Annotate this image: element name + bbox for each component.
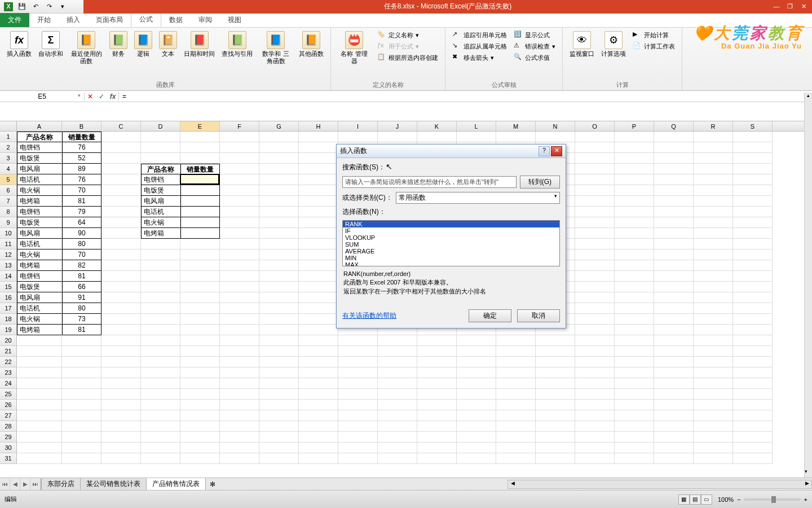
cell[interactable]: 电烤箱 (17, 260, 62, 271)
cell[interactable] (141, 443, 180, 453)
cell[interactable] (180, 443, 220, 453)
cell[interactable]: 电烤箱 (141, 228, 180, 239)
cell[interactable] (575, 432, 615, 443)
cell[interactable] (694, 314, 733, 325)
cell[interactable] (378, 346, 417, 357)
cell[interactable] (338, 443, 378, 453)
cell[interactable] (536, 357, 575, 367)
cell[interactable] (575, 142, 615, 153)
cell[interactable] (457, 346, 496, 357)
cancel-formula-icon[interactable]: ✕ (85, 93, 96, 100)
cell[interactable] (575, 271, 615, 282)
cell[interactable] (694, 389, 733, 400)
normal-view-icon[interactable]: ▦ (678, 494, 690, 505)
cell[interactable] (733, 292, 773, 303)
cell[interactable] (102, 400, 141, 410)
cell[interactable] (141, 378, 180, 389)
cell[interactable] (102, 303, 141, 314)
cell[interactable]: 52 (62, 153, 102, 164)
cell[interactable] (733, 282, 773, 292)
cell[interactable] (62, 357, 102, 367)
cell[interactable] (417, 400, 457, 410)
cell[interactable] (733, 325, 773, 335)
col-header-L[interactable]: L (457, 121, 496, 131)
cell[interactable] (259, 217, 299, 228)
cell[interactable]: 电风扇 (17, 164, 62, 174)
cell[interactable]: 73 (62, 314, 102, 325)
row-header[interactable]: 16 (0, 292, 17, 303)
cell[interactable] (536, 378, 575, 389)
row-header[interactable]: 21 (0, 346, 17, 357)
cell[interactable] (102, 453, 141, 464)
cell[interactable] (417, 357, 457, 367)
row-header[interactable]: 3 (0, 153, 17, 164)
cell[interactable] (654, 432, 694, 443)
cell[interactable] (220, 185, 259, 196)
cell[interactable] (615, 389, 654, 400)
cell[interactable] (694, 239, 733, 249)
cell[interactable] (62, 432, 102, 443)
cell[interactable] (694, 335, 733, 346)
row-header[interactable]: 18 (0, 314, 17, 325)
cell[interactable] (575, 207, 615, 217)
function-list-item[interactable]: AVERAGE (343, 248, 559, 255)
cell[interactable] (654, 164, 694, 174)
cell[interactable] (733, 207, 773, 217)
cell[interactable] (615, 282, 654, 292)
cell[interactable] (141, 292, 180, 303)
cell[interactable] (259, 378, 299, 389)
cell[interactable] (102, 249, 141, 260)
cell[interactable] (220, 217, 259, 228)
evaluate-formula-button[interactable]: 🔍公式求值 (511, 52, 558, 63)
calculate-now-button[interactable]: ▶开始计算 (630, 30, 677, 40)
cell[interactable] (102, 239, 141, 249)
cell[interactable] (457, 389, 496, 400)
cell[interactable] (102, 335, 141, 346)
cell[interactable] (615, 453, 654, 464)
cell[interactable] (654, 239, 694, 249)
cell[interactable]: 82 (62, 260, 102, 271)
cell[interactable] (575, 249, 615, 260)
cell[interactable] (141, 153, 180, 164)
cell[interactable] (654, 185, 694, 196)
cell[interactable] (180, 453, 220, 464)
zoom-slider[interactable] (744, 498, 801, 501)
cell[interactable] (338, 357, 378, 367)
cell[interactable] (338, 378, 378, 389)
cell[interactable] (62, 367, 102, 378)
cell[interactable] (733, 271, 773, 282)
autosum-button[interactable]: Σ自动求和 (36, 30, 65, 66)
cell[interactable] (733, 335, 773, 346)
cell[interactable]: 79 (62, 207, 102, 217)
cell[interactable] (299, 357, 338, 367)
cell[interactable] (378, 132, 417, 142)
cell[interactable] (180, 239, 220, 249)
cell[interactable]: 70 (62, 249, 102, 260)
financial-button[interactable]: 📗财务 (107, 30, 130, 66)
cell[interactable] (615, 271, 654, 282)
cell[interactable] (102, 346, 141, 357)
cell[interactable] (141, 303, 180, 314)
cell[interactable] (615, 174, 654, 185)
row-header[interactable]: 11 (0, 239, 17, 249)
cell[interactable] (654, 400, 694, 410)
cell[interactable] (615, 432, 654, 443)
cell[interactable] (378, 367, 417, 378)
col-header-A[interactable]: A (17, 121, 62, 131)
cell[interactable] (259, 292, 299, 303)
cell[interactable] (654, 346, 694, 357)
cell[interactable] (694, 367, 733, 378)
cell[interactable] (180, 314, 220, 325)
row-header[interactable]: 30 (0, 443, 17, 453)
zoom-level[interactable]: 100% (718, 496, 734, 503)
cell[interactable] (417, 378, 457, 389)
page-layout-view-icon[interactable]: ▤ (690, 494, 701, 505)
cell[interactable] (457, 432, 496, 443)
cell[interactable] (575, 164, 615, 174)
cell[interactable] (694, 174, 733, 185)
cell[interactable] (141, 421, 180, 432)
cell[interactable] (417, 421, 457, 432)
cell[interactable] (62, 443, 102, 453)
cell[interactable] (299, 314, 338, 325)
cell[interactable] (575, 153, 615, 164)
